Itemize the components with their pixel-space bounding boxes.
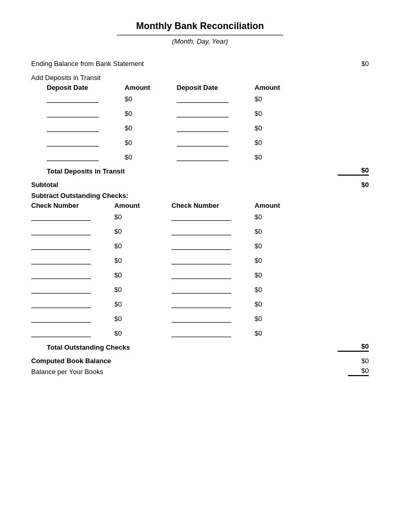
check-amount-8b: $0: [255, 315, 312, 323]
deposits-col4-header: Amount: [255, 84, 306, 91]
ending-balance-label: Ending Balance from Bank Statement: [31, 60, 144, 68]
check-amount-8a: $0: [114, 315, 171, 323]
page-title: Monthly Bank Reconciliation: [31, 21, 369, 32]
deposit-date-2a[interactable]: [47, 108, 99, 117]
deposits-header-row: Deposit Date Amount Deposit Date Amount: [47, 84, 369, 91]
check-num-8a[interactable]: [31, 313, 91, 323]
ending-balance-row: Ending Balance from Bank Statement $0: [31, 60, 369, 68]
check-num-5a[interactable]: [31, 270, 91, 279]
check-num-9a[interactable]: [31, 328, 91, 337]
deposit-amount-1b: $0: [255, 95, 306, 103]
check-num-9b[interactable]: [171, 328, 231, 337]
check-amount-3b: $0: [255, 242, 312, 250]
check-num-7a[interactable]: [31, 299, 91, 308]
total-checks-label: Total Outstanding Checks: [47, 343, 130, 351]
check-num-1b[interactable]: [171, 211, 231, 221]
total-deposits-row: Total Deposits in Transit $0: [31, 166, 369, 176]
deposits-section-label: Add Deposits in Transit: [31, 74, 369, 82]
deposit-date-4a[interactable]: [47, 137, 99, 147]
checks-data-row-1: $0 $0: [31, 211, 369, 221]
deposits-data-row-1: $0 $0: [47, 94, 369, 103]
deposits-data-row-4: $0 $0: [47, 137, 369, 147]
checks-table: Check Number Amount Check Number Amount …: [31, 202, 369, 337]
deposits-col1-header: Deposit Date: [47, 84, 125, 91]
deposit-amount-2b: $0: [255, 110, 306, 117]
check-num-5b[interactable]: [171, 270, 231, 279]
subtotal-row: Subtotal $0: [31, 181, 369, 189]
check-amount-3a: $0: [114, 242, 171, 250]
subtotal-label: Subtotal: [31, 181, 58, 189]
deposit-amount-2a: $0: [125, 110, 177, 117]
check-amount-5b: $0: [255, 271, 312, 279]
check-amount-7b: $0: [255, 300, 312, 308]
deposits-data-row-3: $0 $0: [47, 123, 369, 132]
total-deposits-label: Total Deposits in Transit: [47, 167, 125, 175]
page-subtitle: (Month, Day, Year): [31, 37, 369, 45]
computed-book-balance-label: Computed Book Balance: [31, 357, 111, 365]
deposit-amount-4a: $0: [125, 139, 177, 147]
deposit-date-3b[interactable]: [177, 123, 229, 132]
check-num-4b[interactable]: [171, 255, 231, 264]
checks-data-row-3: $0 $0: [31, 241, 369, 250]
check-num-3b[interactable]: [171, 241, 231, 250]
checks-data-row-2: $0 $0: [31, 226, 369, 235]
total-checks-row: Total Outstanding Checks $0: [31, 342, 369, 352]
total-deposits-value: $0: [338, 166, 369, 176]
check-amount-4b: $0: [255, 257, 312, 264]
checks-col1-header: Check Number: [31, 202, 114, 209]
deposit-date-1a[interactable]: [47, 94, 99, 103]
checks-col3-header: Check Number: [171, 202, 255, 209]
checks-data-row-4: $0 $0: [31, 255, 369, 264]
checks-data-row-5: $0 $0: [31, 270, 369, 279]
check-amount-9a: $0: [114, 329, 171, 337]
deposit-date-3a[interactable]: [47, 123, 99, 132]
check-num-7b[interactable]: [171, 299, 231, 308]
checks-data-row-6: $0 $0: [31, 284, 369, 294]
deposit-amount-5a: $0: [125, 153, 177, 161]
check-num-4a[interactable]: [31, 255, 91, 264]
check-num-6b[interactable]: [171, 284, 231, 294]
deposit-date-5a[interactable]: [47, 152, 99, 161]
deposits-col3-header: Deposit Date: [177, 84, 255, 91]
checks-col2-header: Amount: [114, 202, 171, 209]
deposit-date-4b[interactable]: [177, 137, 229, 147]
check-num-8b[interactable]: [171, 313, 231, 323]
balance-per-books-value: $0: [348, 367, 369, 376]
deposit-amount-1a: $0: [125, 95, 177, 103]
check-amount-1a: $0: [114, 213, 171, 221]
check-num-3a[interactable]: [31, 241, 91, 250]
deposits-table: Deposit Date Amount Deposit Date Amount …: [31, 84, 369, 161]
check-amount-9b: $0: [255, 329, 312, 337]
balance-per-books-label: Balance per Your Books: [31, 368, 103, 376]
check-amount-5a: $0: [114, 271, 171, 279]
computed-book-balance-value: $0: [362, 357, 369, 365]
deposit-amount-5b: $0: [255, 153, 306, 161]
check-amount-2b: $0: [255, 228, 312, 235]
check-amount-6a: $0: [114, 286, 171, 294]
check-amount-2a: $0: [114, 228, 171, 235]
computed-book-balance-row: Computed Book Balance $0: [31, 357, 369, 365]
deposit-date-1b[interactable]: [177, 94, 229, 103]
check-amount-6b: $0: [255, 286, 312, 294]
checks-col4-header: Amount: [255, 202, 312, 209]
deposits-data-row-2: $0 $0: [47, 108, 369, 117]
check-num-2a[interactable]: [31, 226, 91, 235]
check-amount-1b: $0: [255, 213, 312, 221]
check-num-2b[interactable]: [171, 226, 231, 235]
checks-header-row: Check Number Amount Check Number Amount: [31, 202, 369, 209]
checks-data-row-8: $0 $0: [31, 313, 369, 323]
deposit-date-5b[interactable]: [177, 152, 229, 161]
deposit-amount-3b: $0: [255, 124, 306, 132]
check-num-1a[interactable]: [31, 211, 91, 221]
check-amount-7a: $0: [114, 300, 171, 308]
total-checks-value: $0: [338, 342, 369, 352]
check-num-6a[interactable]: [31, 284, 91, 294]
subtotal-value: $0: [362, 181, 369, 189]
deposit-amount-3a: $0: [125, 124, 177, 132]
subtract-checks-label: Subtract Outstanding Checks:: [31, 192, 369, 200]
deposits-col2-header: Amount: [125, 84, 177, 91]
title-divider: [117, 35, 283, 35]
deposits-data-row-5: $0 $0: [47, 152, 369, 161]
balance-per-books-row: Balance per Your Books $0: [31, 367, 369, 376]
deposit-date-2b[interactable]: [177, 108, 229, 117]
